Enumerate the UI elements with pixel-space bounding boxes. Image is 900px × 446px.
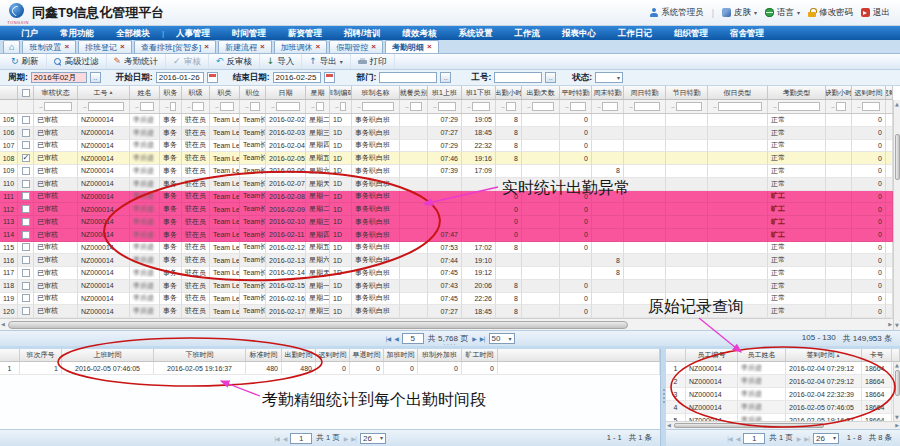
- column-filter-input[interactable]: [88, 102, 124, 111]
- column-filter-input[interactable]: [532, 102, 554, 111]
- next-page-button[interactable]: ▶: [472, 335, 476, 342]
- column-filter-input[interactable]: [438, 102, 456, 111]
- column-header[interactable]: 节日特勤: [666, 86, 708, 99]
- row-checkbox[interactable]: [22, 294, 30, 302]
- column-header[interactable]: 班制编码: [330, 86, 352, 99]
- menu-item[interactable]: 常用功能: [49, 26, 105, 40]
- table-row[interactable]: 111已审核NZ000014李质捷事务驻在员Team LeTeam长2016-0…: [0, 191, 893, 204]
- table-row[interactable]: 106已审核NZ000014李质捷事务驻在员Team LeTeam长2016-0…: [0, 127, 893, 140]
- column-filter-input[interactable]: [778, 102, 820, 111]
- column-header[interactable]: 职务: [160, 86, 182, 99]
- table-row[interactable]: 113已审核NZ000014李质捷事务驻在员Team LeTeam长2016-0…: [0, 216, 893, 229]
- column-header[interactable]: 缺勤小时: [826, 86, 852, 99]
- column-header[interactable]: 卡号: [862, 349, 892, 361]
- column-header[interactable]: [0, 349, 20, 361]
- language-menu[interactable]: 语言 ▾: [765, 7, 800, 19]
- menu-item[interactable]: 门户: [10, 26, 49, 40]
- tab-close-icon[interactable]: ×: [204, 43, 209, 51]
- toolbar-button-export[interactable]: ↑导出▾: [302, 54, 351, 69]
- menu-item[interactable]: 时间管理: [221, 26, 277, 40]
- menu-item[interactable]: 招聘/培训: [333, 26, 391, 40]
- row-checkbox[interactable]: [22, 192, 30, 200]
- scroll-down-icon[interactable]: ▼: [895, 415, 899, 420]
- tab-close-icon[interactable]: ×: [427, 43, 432, 51]
- scrollbar-thumb[interactable]: [895, 134, 900, 180]
- menu-item[interactable]: 绩效考核: [391, 26, 447, 40]
- table-row[interactable]: 114已审核NZ000014李质捷事务驻在员Team LeTeam长2016-0…: [0, 229, 893, 242]
- emp-no-picker-button[interactable]: ‥: [545, 72, 556, 83]
- table-row[interactable]: 116已审核NZ000014李质捷事务驻在员Team LeTeam长2016-0…: [0, 254, 893, 267]
- row-checkbox[interactable]: [22, 205, 30, 213]
- column-filter-input[interactable]: [276, 102, 300, 111]
- dept-picker-button[interactable]: ‥: [440, 72, 451, 83]
- current-user[interactable]: 系统管理员: [650, 7, 704, 19]
- scrollbar-thumb[interactable]: [895, 370, 900, 396]
- column-header[interactable]: 日期: [266, 86, 306, 99]
- column-header[interactable]: 姓名: [130, 86, 160, 99]
- column-filter-input[interactable]: [250, 102, 260, 111]
- row-checkbox[interactable]: [22, 129, 30, 137]
- table-row[interactable]: 120已审核NZ000014李质捷事务驻在员Team LeTeam长2016-0…: [0, 305, 893, 318]
- tab[interactable]: 新建流程×: [218, 40, 272, 53]
- tab[interactable]: 加班调休×: [274, 40, 328, 53]
- scrollbar-thumb[interactable]: [8, 321, 628, 329]
- column-filter-input[interactable]: [718, 102, 762, 111]
- column-header[interactable]: 班次序号: [20, 349, 62, 361]
- scroll-left-icon[interactable]: ◀: [667, 423, 671, 428]
- page-number-input[interactable]: 1: [743, 433, 765, 444]
- row-checkbox[interactable]: [22, 269, 30, 277]
- table-row[interactable]: 119已审核NZ000014李质捷事务驻在员Team LeTeam长2016-0…: [0, 293, 893, 306]
- table-row[interactable]: 107已审核NZ000014李质捷事务驻在员Team LeTeam长2016-0…: [0, 140, 893, 153]
- scroll-left-icon[interactable]: ◀: [1, 322, 5, 327]
- table-row[interactable]: 5NZ000014李质捷2016-02-05 19:16:3718664: [666, 414, 900, 421]
- column-header[interactable]: 班制名称: [352, 86, 400, 99]
- tab[interactable]: 班制设置×: [22, 40, 76, 53]
- splitter-handle[interactable]: ····: [443, 341, 456, 348]
- row-checkbox[interactable]: [22, 256, 30, 264]
- column-header[interactable]: 出勤天数: [522, 86, 560, 99]
- menu-item[interactable]: 工作流: [503, 26, 551, 40]
- last-page-button[interactable]: ▶|: [480, 335, 485, 342]
- page-size-select[interactable]: 50▾: [489, 333, 515, 344]
- table-row[interactable]: 105已审核NZ000014李质捷事务驻在员Team LeTeam长2016-0…: [0, 114, 893, 127]
- scroll-right-icon[interactable]: ▶: [888, 322, 892, 327]
- column-filter-input[interactable]: [410, 102, 422, 111]
- column-header[interactable]: 下班时间: [154, 349, 246, 361]
- dept-input[interactable]: [379, 72, 437, 83]
- column-filter-input[interactable]: [862, 102, 880, 111]
- column-header[interactable]: 星期: [306, 86, 330, 99]
- first-page-button[interactable]: |◀: [386, 335, 391, 342]
- column-header[interactable]: 职类: [210, 86, 240, 99]
- column-filter-input[interactable]: [44, 102, 72, 111]
- column-header[interactable]: 出勤时间: [282, 349, 316, 361]
- toolbar-button-undo[interactable]: ↶反审核: [209, 54, 260, 69]
- toolbar-button-stat[interactable]: ✎考勤统计: [107, 54, 167, 69]
- scroll-up-icon[interactable]: ▲: [895, 102, 899, 107]
- column-filter-input[interactable]: [316, 102, 324, 111]
- row-checkbox[interactable]: [22, 243, 30, 251]
- change-password-button[interactable]: 修改密码: [808, 7, 853, 19]
- column-filter-input[interactable]: [676, 102, 702, 111]
- skin-menu[interactable]: 皮肤 ▾: [722, 7, 757, 19]
- scrollbar-thumb[interactable]: [674, 423, 824, 428]
- horizontal-scrollbar[interactable]: ◀ ▶: [666, 421, 900, 429]
- table-row[interactable]: 3NZ000014李质捷2016-02-04 22:32:3918664: [666, 388, 900, 401]
- table-row[interactable]: 1NZ000014李质捷2016-02-04 07:29:1218664: [666, 362, 900, 375]
- table-row[interactable]: 110已审核NZ000014李质捷事务驻在员Team LeTeam长2016-0…: [0, 178, 893, 191]
- table-row[interactable]: 112016-02-05 07:46:052016-02-05 19:16:37…: [0, 362, 660, 375]
- column-header[interactable]: 迟到时间: [852, 86, 886, 99]
- tab[interactable]: 排班登记×: [78, 40, 132, 53]
- table-row[interactable]: 4NZ000014李质捷2016-02-05 07:46:0518664: [666, 401, 900, 414]
- column-header[interactable]: 考勤类型: [768, 86, 826, 99]
- table-row[interactable]: 2NZ000014李质捷2016-02-04 07:29:1218664: [666, 375, 900, 388]
- scroll-right-icon[interactable]: ▶: [895, 423, 899, 428]
- column-header[interactable]: 周日特勤: [624, 86, 666, 99]
- column-filter-input[interactable]: [170, 102, 176, 111]
- column-header[interactable]: 标准时间: [246, 349, 282, 361]
- tab-close-icon[interactable]: ×: [371, 43, 376, 51]
- menu-item[interactable]: 报表中心: [551, 26, 607, 40]
- column-header[interactable]: 出勤小时: [496, 86, 522, 99]
- column-header[interactable]: 签到时间▲: [786, 349, 862, 361]
- toolbar-button-print[interactable]: 打印: [351, 54, 395, 69]
- column-filter-input[interactable]: [836, 102, 846, 111]
